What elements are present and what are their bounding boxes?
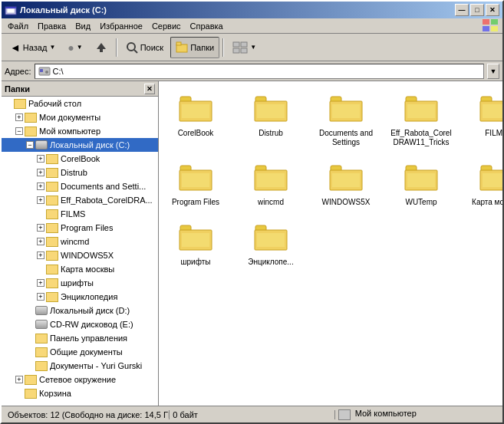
menu-edit[interactable]: Правка [33, 20, 71, 32]
tree-item[interactable]: +Сетевое окружение [2, 373, 158, 386]
status-computer: Мой компьютер [335, 409, 499, 419]
folder-large-icon [479, 95, 502, 123]
up-button[interactable] [90, 37, 113, 58]
tree-item[interactable]: +Eff_Rabota_CorelDRA... [2, 193, 158, 207]
tree-item[interactable]: +шрифты [2, 276, 158, 290]
back-dropdown-icon[interactable]: ▼ [49, 44, 55, 51]
address-input[interactable]: C:\ [35, 64, 484, 79]
tree-item[interactable]: Рабочий стол [2, 97, 158, 110]
tree-item[interactable]: CD-RW дисковод (E:) [2, 317, 158, 331]
tree-item[interactable]: +WINDOWS5X [2, 248, 158, 262]
forward-button[interactable]: ● ▼ [62, 37, 87, 58]
tree-item-label: FILMS [61, 209, 85, 219]
folder-large-icon [479, 164, 502, 192]
tree-item[interactable]: +Documents and Setti... [2, 179, 158, 193]
maximize-button[interactable]: □ [470, 4, 484, 16]
file-item[interactable]: WINDOWS5X [315, 156, 377, 210]
tree-expander[interactable]: + [37, 169, 44, 176]
tree-item[interactable]: Карта москвы [2, 262, 158, 276]
folders-close-button[interactable]: ✕ [144, 84, 155, 94]
view-dropdown-icon[interactable]: ▼ [250, 44, 256, 51]
tree-expander[interactable]: + [15, 376, 23, 383]
tree-expander[interactable]: + [37, 155, 44, 163]
svg-point-9 [127, 43, 135, 51]
tree-item[interactable]: +Distrub [2, 166, 158, 179]
search-label: Поиск [140, 43, 163, 52]
file-label: WINDOWS5X [322, 198, 371, 207]
file-label: FILMS [485, 129, 502, 138]
tree-item[interactable]: +wincmd [2, 235, 158, 248]
tree-expander[interactable]: − [15, 127, 23, 135]
address-dropdown-button[interactable]: ▼ [487, 64, 499, 79]
file-item[interactable]: Энциклопе... [240, 216, 301, 270]
tree-expander[interactable]: + [15, 113, 23, 121]
view-button[interactable]: ▼ [227, 37, 262, 58]
tree-expander[interactable]: + [37, 238, 44, 245]
menu-favorites[interactable]: Избранное [95, 20, 147, 32]
svg-rect-15 [233, 48, 239, 53]
tree-item[interactable]: Панель управления [2, 331, 158, 345]
tree-item[interactable]: Корзина [2, 386, 158, 400]
svg-point-19 [45, 71, 48, 74]
tree-item-label: Сетевое окружение [39, 375, 116, 384]
file-item[interactable]: wincmd [240, 156, 301, 210]
folders-tree[interactable]: Рабочий стол+Мои документы−Мой компьютер… [2, 97, 158, 406]
file-item[interactable]: Program Files [165, 156, 226, 210]
files-panel[interactable]: CorelBookDistrubDocuments and SettingsEf… [159, 81, 502, 406]
computer-status-icon [338, 409, 351, 420]
tree-item[interactable]: +Мои документы [2, 110, 158, 124]
tree-item[interactable]: +Program Files [2, 221, 158, 235]
svg-rect-2 [5, 7, 16, 8]
forward-dropdown-icon[interactable]: ▼ [77, 44, 83, 51]
tree-item[interactable]: −Локальный диск (C:) [2, 138, 158, 152]
file-item[interactable]: шрифты [165, 216, 226, 270]
close-button[interactable]: ✕ [486, 4, 499, 16]
tree-item-label: Мои документы [39, 113, 100, 122]
folder-icon [35, 347, 48, 357]
menu-view[interactable]: Вид [71, 20, 95, 32]
file-item[interactable]: FILMS [466, 87, 502, 150]
menu-service[interactable]: Сервис [147, 20, 186, 32]
tree-item[interactable]: −Мой компьютер [2, 124, 158, 138]
svg-rect-18 [40, 69, 43, 72]
file-item[interactable]: Documents and Settings [315, 87, 377, 150]
tree-expander[interactable]: + [37, 251, 44, 259]
file-label: Энциклопе... [248, 258, 293, 267]
tree-item[interactable]: Общие документы [2, 345, 158, 359]
file-label: wincmd [258, 198, 284, 207]
tree-expander[interactable]: + [37, 182, 44, 190]
file-item[interactable]: Eff_Rabota_CorelDRAW11_Tricks [390, 87, 452, 150]
menu-file[interactable]: Файл [3, 20, 33, 32]
address-label: Адрес: [5, 67, 31, 76]
svg-rect-16 [241, 48, 247, 53]
file-item[interactable]: Карта москвы [466, 156, 502, 210]
tree-expander[interactable]: + [37, 224, 44, 232]
file-item[interactable]: CorelBook [165, 87, 226, 150]
tree-expander[interactable]: − [26, 141, 34, 149]
search-button[interactable]: Поиск [120, 37, 169, 58]
tree-item[interactable]: +CorelBook [2, 152, 158, 166]
tree-item-label: Энциклопедия [61, 292, 117, 301]
tree-item[interactable]: +Энциклопедия [2, 290, 158, 304]
tree-item-label: Eff_Rabota_CorelDRA... [61, 196, 153, 205]
tree-item[interactable]: Документы - Yuri Gurski [2, 359, 158, 373]
folder-large-icon [254, 164, 288, 192]
svg-rect-1 [7, 8, 15, 13]
tree-expander[interactable]: + [37, 279, 44, 287]
file-item[interactable]: WUTemp [390, 156, 452, 210]
folder-large-icon [404, 164, 438, 192]
file-icon-container [177, 219, 214, 256]
minimize-button[interactable]: — [455, 4, 469, 16]
tree-item[interactable]: FILMS [2, 207, 158, 221]
tree-item[interactable]: Локальный диск (D:) [2, 304, 158, 317]
title-bar-left: Локальный диск (C:) [5, 4, 107, 16]
menu-help[interactable]: Справка [186, 20, 228, 32]
folder-large-icon [179, 95, 212, 123]
forward-arrow-icon: ● [68, 41, 74, 54]
tree-expander[interactable]: + [37, 293, 44, 301]
folder-large-icon [404, 95, 438, 123]
tree-expander[interactable]: + [37, 196, 44, 204]
back-button[interactable]: ◄ Назад ▼ [5, 37, 61, 58]
folders-button[interactable]: Папки [170, 37, 219, 58]
file-item[interactable]: Distrub [240, 87, 301, 150]
